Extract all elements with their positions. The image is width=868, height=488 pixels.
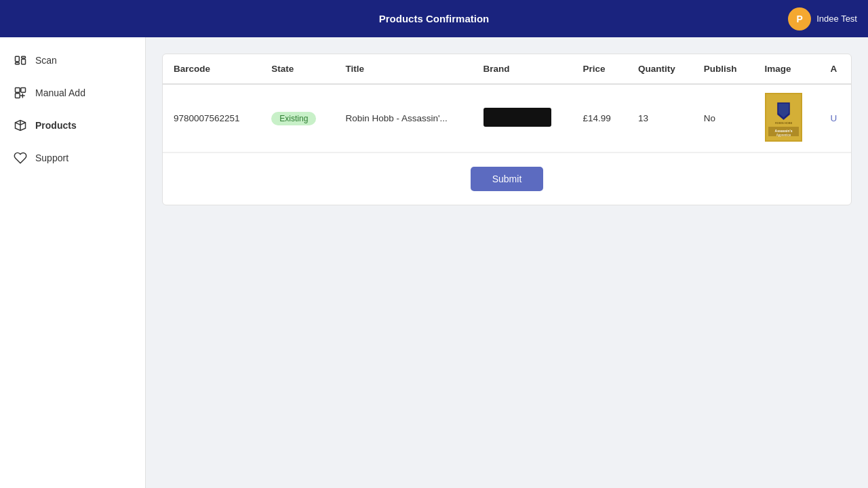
avatar: P — [788, 7, 811, 30]
col-title: Title — [334, 54, 472, 84]
cell-publish: No — [693, 84, 754, 152]
user-name: Indee Test — [816, 14, 857, 24]
svg-rect-6 — [16, 94, 20, 98]
brand-color-swatch — [484, 108, 551, 127]
sidebar-item-scan[interactable]: Scan — [0, 44, 145, 77]
submit-area: Submit — [163, 152, 851, 205]
page-title: Products Confirmation — [379, 13, 490, 24]
main-content: Barcode State Title Brand Price Quantity… — [146, 37, 868, 488]
action-link[interactable]: U — [830, 113, 837, 123]
manual-add-icon — [14, 86, 27, 100]
sidebar-label-scan: Scan — [35, 55, 57, 66]
products-table-card: Barcode State Title Brand Price Quantity… — [162, 54, 852, 205]
svg-rect-4 — [16, 88, 20, 93]
sidebar-label-manual-add: Manual Add — [35, 87, 85, 98]
sidebar-label-support: Support — [35, 152, 68, 163]
table-row: 9780007562251 Existing Robin Hobb - Assa… — [163, 84, 851, 152]
sidebar-label-products: Products — [35, 120, 77, 131]
cell-title: Robin Hobb - Assassin'... — [334, 84, 472, 152]
submit-button[interactable]: Submit — [471, 167, 544, 191]
col-brand: Brand — [473, 54, 572, 84]
user-info: P Indee Test — [788, 7, 857, 30]
layout: Scan Manual Add Products Support — [0, 37, 868, 488]
svg-text:ROBIN HOBB: ROBIN HOBB — [775, 121, 792, 125]
topbar: Products Confirmation P Indee Test — [0, 0, 868, 37]
col-image: Image — [754, 54, 820, 84]
cell-quantity: 13 — [627, 84, 693, 152]
sidebar-item-products[interactable]: Products — [0, 109, 145, 142]
col-quantity: Quantity — [627, 54, 693, 84]
products-icon — [14, 119, 27, 132]
table-body: 9780007562251 Existing Robin Hobb - Assa… — [163, 84, 851, 152]
svg-rect-1 — [16, 62, 20, 64]
cell-barcode: 9780007562251 — [163, 84, 260, 152]
col-price: Price — [572, 54, 627, 84]
svg-rect-2 — [22, 56, 26, 58]
cell-brand — [473, 84, 572, 152]
cell-state: Existing — [260, 84, 334, 152]
col-action: A — [819, 54, 851, 84]
svg-rect-0 — [16, 56, 20, 62]
svg-rect-3 — [22, 59, 26, 64]
cell-image: Assassin's Apprentice ROBIN HOBB — [754, 84, 820, 152]
col-state: State — [260, 54, 334, 84]
svg-text:Assassin's: Assassin's — [774, 129, 792, 133]
state-badge: Existing — [271, 112, 316, 125]
svg-text:Apprentice: Apprentice — [776, 134, 791, 137]
sidebar-item-manual-add[interactable]: Manual Add — [0, 77, 145, 109]
svg-rect-5 — [21, 88, 26, 93]
sidebar: Scan Manual Add Products Support — [0, 37, 146, 488]
table-header: Barcode State Title Brand Price Quantity… — [163, 54, 851, 84]
cell-price: £14.99 — [572, 84, 627, 152]
book-cover-image: Assassin's Apprentice ROBIN HOBB — [765, 93, 802, 142]
sidebar-item-support[interactable]: Support — [0, 142, 145, 174]
scan-icon — [14, 54, 27, 67]
col-publish: Publish — [693, 54, 754, 84]
col-barcode: Barcode — [163, 54, 260, 84]
support-icon — [14, 151, 27, 165]
products-table: Barcode State Title Brand Price Quantity… — [163, 54, 851, 152]
cell-action[interactable]: U — [819, 84, 851, 152]
